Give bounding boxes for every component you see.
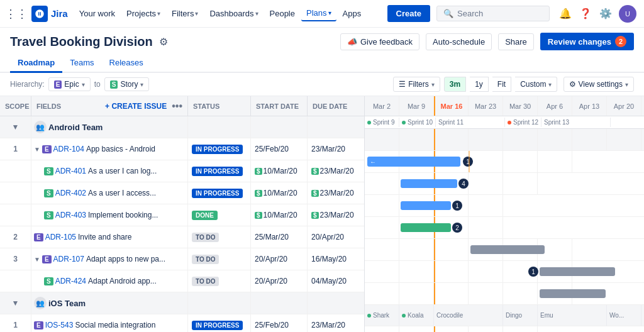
tab-teams[interactable]: Teams bbox=[62, 54, 101, 72]
view-settings-button[interactable]: ⚙ View settings ▾ bbox=[564, 77, 634, 92]
notifications-icon[interactable]: 🔔 bbox=[556, 4, 575, 23]
autoschedule-button[interactable]: Auto-schedule bbox=[426, 33, 492, 50]
adr-402-type-icon: S bbox=[44, 189, 53, 197]
adr-424-title: Adapt Android app... bbox=[88, 277, 157, 285]
page-title: Travel Booking Division bbox=[10, 35, 153, 49]
adr-401-key[interactable]: ADR-401 bbox=[55, 167, 86, 175]
gantt-adr-402: 1 bbox=[365, 195, 644, 217]
adr-424-key[interactable]: ADR-424 bbox=[55, 277, 86, 285]
nav-projects[interactable]: Projects▾ bbox=[121, 6, 165, 21]
left-panel: SCOPE FIELDS + Create issue ••• Status S… bbox=[0, 96, 365, 332]
adr-402-bar-num: 1 bbox=[452, 201, 462, 211]
jira-logo[interactable]: Jira bbox=[31, 6, 68, 22]
adr-104-status: IN PROGRESS bbox=[192, 145, 243, 154]
tab-roadmap[interactable]: Roadmap bbox=[10, 54, 62, 73]
adr-104-chevron[interactable]: ▼ bbox=[34, 146, 40, 153]
adr-402-key[interactable]: ADR-402 bbox=[55, 189, 86, 197]
view-custom[interactable]: Custom ▾ bbox=[515, 77, 557, 92]
nav-people[interactable]: People bbox=[265, 6, 300, 21]
sprint-11: Sprint 11 bbox=[436, 118, 505, 127]
hierarchy-from[interactable]: E Epic ▾ bbox=[48, 77, 91, 91]
search-icon: 🔍 bbox=[443, 9, 453, 18]
ios-chevron[interactable]: ▼ bbox=[12, 299, 19, 307]
ios-543-title: Social media integration bbox=[75, 321, 155, 329]
grid-icon[interactable]: ⋮⋮ bbox=[8, 5, 25, 23]
gantt-body: Sprint 9 Sprint 10 Sprint 11 Sprint 12 bbox=[365, 116, 644, 332]
adr-104-bar-num: 1 bbox=[463, 157, 473, 167]
gantt-adr-105 bbox=[365, 239, 644, 261]
gantt-date-mar2: Mar 2 bbox=[365, 96, 399, 116]
help-icon[interactable]: ❓ bbox=[576, 4, 595, 23]
user-avatar[interactable]: U bbox=[619, 5, 636, 23]
subheader: Travel Booking Division ⚙ 📣 Give feedbac… bbox=[0, 28, 644, 50]
gantt-ios-543: ← 1 bbox=[365, 326, 644, 332]
filters-button[interactable]: ☰ Filters ▾ bbox=[393, 77, 440, 92]
koala-sprint: Koala bbox=[399, 305, 434, 326]
adr-105-type-icon: E bbox=[34, 233, 43, 241]
view-1y[interactable]: 1y bbox=[470, 77, 489, 92]
gantt-adr-104: ← 1 bbox=[365, 151, 644, 173]
adr-401-type-icon: S bbox=[44, 167, 53, 175]
adr-107-key[interactable]: ADR-107 bbox=[53, 255, 84, 263]
adr-401-status: IN PROGRESS bbox=[192, 167, 243, 176]
crocodile-sprint: Crocodile bbox=[434, 305, 503, 326]
adr-104-key[interactable]: ADR-104 bbox=[53, 145, 84, 153]
nav-filters[interactable]: Filters▾ bbox=[167, 6, 203, 21]
page-settings-icon[interactable]: ⚙ bbox=[159, 36, 168, 48]
ios-team-row: ▼ 👥 iOS Team bbox=[0, 292, 364, 314]
adr-401-start-dollar: $ bbox=[255, 168, 262, 175]
settings-icon[interactable]: ⚙️ bbox=[596, 4, 615, 23]
adr-105-key[interactable]: ADR-105 bbox=[45, 233, 76, 241]
review-changes-button[interactable]: Review changes 2 bbox=[540, 33, 634, 50]
feedback-button[interactable]: 📣 Give feedback bbox=[340, 33, 419, 50]
tab-releases[interactable]: Releases bbox=[102, 54, 151, 72]
adr-403-key[interactable]: ADR-403 bbox=[55, 211, 86, 219]
review-badge: 2 bbox=[615, 36, 626, 47]
nav-your-work[interactable]: Your work bbox=[74, 6, 120, 21]
adr-402-due-dollar: $ bbox=[311, 190, 319, 197]
adr-105-status: TO DO bbox=[192, 233, 219, 242]
topnav: ⋮⋮ Jira Your work Projects▾ Filters▾ Das… bbox=[0, 0, 644, 28]
android-team-row: ▼ 👥 Android Team bbox=[0, 116, 364, 138]
view-fit[interactable]: Fit bbox=[492, 77, 511, 92]
ios-543-row: 1 E IOS-543 Social media integration IN … bbox=[0, 314, 364, 332]
gantt-date-header: Mar 2 Mar 9 Mar 16 Mar 23 Mar 30 Apr 6 A… bbox=[365, 96, 644, 116]
adr-402-start-dollar: $ bbox=[255, 190, 262, 197]
gantt-adr-401: 4 bbox=[365, 173, 644, 195]
adr-403-status: DONE bbox=[192, 211, 218, 220]
nav-plans[interactable]: Plans▾ bbox=[301, 6, 336, 21]
gantt-date-apr27: Apr 27 bbox=[641, 96, 644, 116]
create-button[interactable]: Create bbox=[387, 5, 430, 22]
adr-401-bar-num: 4 bbox=[458, 179, 469, 189]
fields-more-icon[interactable]: ••• bbox=[172, 101, 182, 112]
adr-402-row: S ADR-402 As a user I access... IN PROGR… bbox=[0, 182, 364, 204]
android-team-icon: 👥 bbox=[34, 121, 47, 133]
ios-543-key[interactable]: IOS-543 bbox=[45, 321, 74, 329]
search-box[interactable]: 🔍 Search bbox=[436, 6, 550, 21]
adr-401-bar: 4 bbox=[401, 179, 457, 188]
gantt-adr-403: 2 bbox=[365, 217, 644, 239]
create-issue-btn[interactable]: + Create issue bbox=[105, 102, 167, 111]
adr-403-bar: 2 bbox=[401, 223, 451, 232]
nav-dashboards[interactable]: Dashboards▾ bbox=[204, 6, 263, 21]
hierarchy-to[interactable]: S Story ▾ bbox=[104, 77, 150, 91]
adr-107-bar-num: 1 bbox=[528, 267, 538, 277]
android-team-name: Android Team bbox=[48, 123, 103, 132]
content-area: SCOPE FIELDS + Create issue ••• Status S… bbox=[0, 96, 644, 332]
adr-424-status: TO DO bbox=[192, 277, 219, 286]
adr-107-status: TO DO bbox=[192, 255, 219, 264]
adr-403-title: Implement booking... bbox=[88, 211, 158, 219]
nav-apps[interactable]: Apps bbox=[338, 6, 367, 21]
feedback-icon: 📣 bbox=[347, 37, 357, 47]
adr-107-chevron[interactable]: ▼ bbox=[34, 256, 40, 263]
dingo-sprint: Dingo bbox=[503, 305, 538, 326]
share-button[interactable]: Share bbox=[498, 33, 534, 50]
emu-sprint: Emu bbox=[538, 305, 607, 326]
view-3m[interactable]: 3m bbox=[444, 77, 466, 92]
adr-104-row: 1 ▼ E ADR-104 App basics - Android IN PR… bbox=[0, 138, 364, 160]
android-chevron[interactable]: ▼ bbox=[12, 123, 19, 131]
adr-424-bar bbox=[540, 289, 606, 298]
hierarchy-label: Hierarchy: bbox=[10, 80, 45, 89]
due-header: Due date bbox=[308, 96, 364, 116]
ios-543-status: IN PROGRESS bbox=[192, 321, 243, 330]
